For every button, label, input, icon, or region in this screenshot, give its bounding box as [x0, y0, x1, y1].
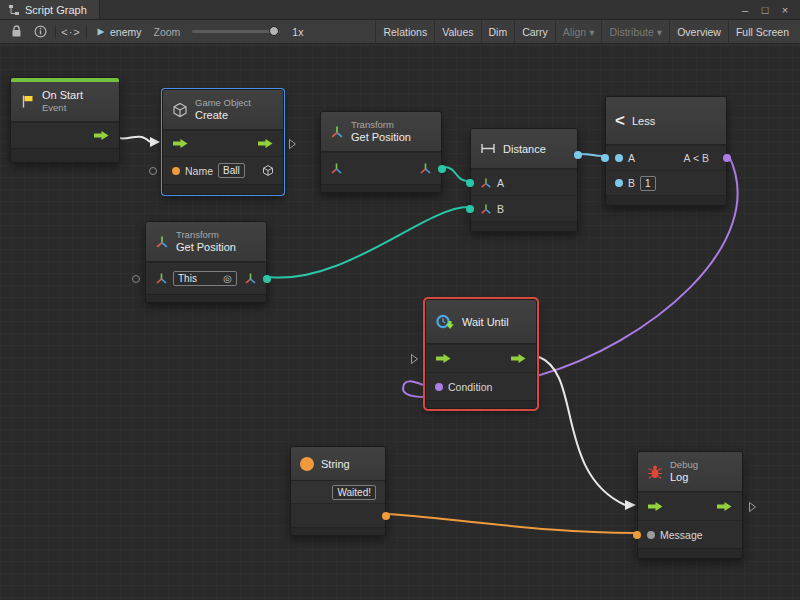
input-b-port[interactable]: [615, 179, 623, 187]
values-button[interactable]: Values: [434, 20, 480, 43]
condition-port-row: Condition: [426, 372, 536, 400]
flow-output-port[interactable]: [716, 501, 733, 512]
value-port-row: This◎: [146, 262, 266, 294]
node-on-start[interactable]: On StartEvent: [10, 77, 120, 163]
string-input-port[interactable]: [172, 167, 180, 175]
name-field[interactable]: Ball: [218, 163, 245, 178]
node-header: < Less: [606, 97, 726, 145]
name-port-row: Name Ball: [163, 156, 283, 184]
node-category: Transform: [351, 119, 411, 131]
dim-button[interactable]: Dim: [481, 20, 515, 43]
node-header: DebugLog: [638, 452, 742, 492]
node-title: Get Position: [176, 241, 236, 255]
node-title: Less: [632, 115, 655, 127]
vector-output-dot[interactable]: [438, 165, 446, 173]
script-graph-window: Script Graph – □ × <·> enemy Zoom 1x Rel…: [0, 0, 800, 600]
graph-owner[interactable]: enemy: [90, 20, 148, 43]
node-title: Log: [670, 471, 698, 485]
node-header: TransformGet Position: [321, 112, 441, 152]
node-category: Transform: [176, 229, 236, 241]
info-button[interactable]: [28, 20, 52, 43]
unconnected-input-port-marker: [149, 167, 157, 175]
node-get-position-1[interactable]: TransformGet Position: [320, 111, 442, 193]
bool-output-dot[interactable]: [723, 154, 731, 162]
node-less[interactable]: < Less A A < B B 1: [605, 96, 727, 206]
minimize-icon[interactable]: –: [736, 4, 754, 16]
carry-button[interactable]: Carry: [514, 20, 555, 43]
wire-getposition-to-distance-b: [269, 207, 468, 278]
align-button[interactable]: Align▾: [555, 20, 602, 43]
message-input-dot[interactable]: [633, 531, 641, 539]
node-wait-until[interactable]: Wait Until Condition: [425, 299, 537, 409]
node-distance[interactable]: Distance A B: [470, 128, 578, 232]
string-output-dot[interactable]: [382, 512, 390, 520]
node-footer: [163, 184, 283, 194]
input-b-dot[interactable]: [466, 205, 474, 213]
node-category: Game Object: [195, 97, 251, 109]
distribute-button[interactable]: Distribute▾: [601, 20, 669, 43]
flow-input-port[interactable]: [647, 501, 664, 512]
maximize-icon[interactable]: □: [756, 4, 774, 16]
fullscreen-button[interactable]: Full Screen: [728, 20, 796, 43]
node-footer: [291, 527, 385, 535]
graph-owner-label: enemy: [110, 26, 142, 38]
flow-output-port[interactable]: [257, 138, 274, 149]
node-title: Get Position: [351, 131, 411, 145]
node-debug-log[interactable]: DebugLog Message: [637, 451, 743, 559]
zoom-slider[interactable]: [192, 30, 280, 33]
message-port-row: Message: [638, 520, 742, 548]
gameobject-output-port[interactable]: [262, 164, 274, 177]
node-footer: [471, 221, 577, 231]
transform-icon: [330, 125, 344, 139]
unconnected-input-port-marker: [132, 275, 140, 283]
node-get-position-2[interactable]: TransformGet Position This◎: [145, 221, 267, 303]
vector-output-port[interactable]: [244, 272, 257, 285]
input-a-port[interactable]: [615, 154, 623, 162]
node-footer: [638, 548, 742, 558]
wire-getposition-to-distance-a: [444, 167, 468, 181]
node-string[interactable]: String Waited!: [290, 446, 386, 536]
target-field[interactable]: This◎: [173, 271, 237, 286]
input-b-label: B: [628, 177, 635, 189]
vector-input-port[interactable]: [480, 177, 492, 189]
input-a-dot[interactable]: [601, 154, 609, 162]
float-output-dot[interactable]: [574, 151, 582, 159]
flow-input-port[interactable]: [172, 138, 189, 149]
code-icon: <·>: [61, 26, 81, 38]
node-category: Debug: [670, 459, 698, 471]
overview-button[interactable]: Overview: [669, 20, 728, 43]
input-a-dot[interactable]: [466, 179, 474, 187]
condition-input-port[interactable]: [435, 383, 443, 391]
graph-canvas[interactable]: On StartEvent Game ObjectCreate Name Bal…: [0, 45, 800, 600]
flow-output-port[interactable]: [510, 353, 527, 364]
transform-input-port[interactable]: [330, 162, 343, 175]
transform-input-port[interactable]: [155, 272, 168, 285]
flow-port-row: [426, 344, 536, 372]
string-icon: [300, 457, 314, 471]
flow-port-row: [11, 122, 119, 148]
close-icon[interactable]: ×: [776, 4, 794, 16]
zoom-slider-handle[interactable]: [269, 26, 279, 36]
flow-input-port[interactable]: [435, 353, 452, 364]
lock-button[interactable]: [4, 20, 28, 43]
input-a-row: A: [471, 169, 577, 195]
message-input-port[interactable]: [647, 531, 655, 539]
info-icon: [34, 25, 47, 38]
node-header: TransformGet Position: [146, 222, 266, 262]
node-title: On Start: [42, 89, 83, 103]
string-value-field[interactable]: Waited!: [332, 485, 376, 500]
graph-owner-icon: [96, 27, 106, 37]
tab-script-graph[interactable]: Script Graph: [0, 0, 100, 19]
vector-input-port[interactable]: [480, 203, 492, 215]
toolbar-buttons: Relations Values Dim Carry Align▾ Distri…: [375, 20, 796, 43]
vector-output-dot[interactable]: [263, 275, 271, 283]
input-b-label: B: [497, 203, 504, 215]
flow-output-port[interactable]: [93, 130, 110, 141]
relations-button[interactable]: Relations: [375, 20, 434, 43]
unconnected-flow-port-marker: [288, 138, 297, 150]
input-b-field[interactable]: 1: [640, 176, 656, 191]
vector-output-port[interactable]: [419, 162, 432, 175]
graph-inspector-button[interactable]: <·>: [59, 20, 83, 43]
node-create[interactable]: Game ObjectCreate Name Ball: [162, 89, 284, 195]
expression-label: A < B: [684, 152, 709, 164]
